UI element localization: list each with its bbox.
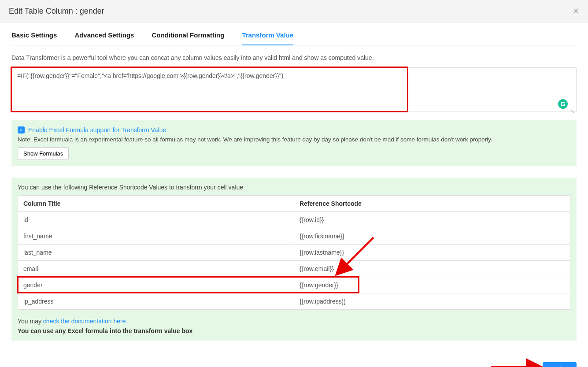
close-icon[interactable]: ✕ <box>573 6 579 16</box>
doc-prefix: You may <box>18 318 43 325</box>
col-shortcode-header: Reference Shortcode <box>294 196 570 212</box>
cell-code: {{row.ipaddress}} <box>294 293 570 310</box>
show-formulas-button[interactable]: Show Formulas <box>18 147 69 160</box>
cell-title: last_name <box>18 245 294 261</box>
excel-note: Note: Excel formuala is an experimental … <box>18 136 570 143</box>
reference-table: Column Title Reference Shortcode id {{ro… <box>18 195 570 310</box>
excel-any-formula-note: You can use any Excel formula into the t… <box>18 327 570 334</box>
cell-title: ip_address <box>18 293 294 310</box>
cell-title: id <box>18 212 294 228</box>
excel-support-panel: ✓ Enable Excel Formula support for Trans… <box>11 120 577 166</box>
table-row-gender: gender {{row.gender}} <box>18 277 570 293</box>
transform-formula-input[interactable] <box>11 67 577 111</box>
tab-advanced-settings[interactable]: Advanced Settings <box>74 31 134 45</box>
annotation-arrow-to-update <box>491 360 548 367</box>
table-row: id {{row.id}} <box>18 212 570 228</box>
tab-basic-settings[interactable]: Basic Settings <box>11 31 57 45</box>
cell-code: {{row.gender}} <box>294 277 570 293</box>
table-row: email {{row.email}} <box>18 261 570 277</box>
tabs: Basic Settings Advanced Settings Conditi… <box>11 22 577 45</box>
reference-panel: You can use the following Reference Shor… <box>11 178 577 341</box>
cell-code: {{row.lastname}} <box>294 245 570 261</box>
grammarly-icon[interactable]: G <box>558 99 568 109</box>
cell-title: first_name <box>18 228 294 245</box>
update-button[interactable]: Update <box>543 362 577 367</box>
enable-excel-checkbox[interactable]: ✓ <box>18 126 25 133</box>
modal-title: Edit Table Column : gender <box>9 7 104 16</box>
modal-footer: Update <box>0 354 588 367</box>
cell-code: {{row.firstname}} <box>294 228 570 245</box>
cell-code: {{row.email}} <box>294 261 570 277</box>
modal-header: Edit Table Column : gender ✕ <box>0 0 588 22</box>
tab-conditional-formatting[interactable]: Conditional Formatting <box>152 31 224 45</box>
cell-code: {{row.id}} <box>294 212 570 228</box>
cell-title: email <box>18 261 294 277</box>
enable-excel-label: Enable Excel Formula support for Transfo… <box>28 126 166 133</box>
doc-line: You may check the documentation here. <box>18 318 570 325</box>
table-row: last_name {{row.lastname}} <box>18 245 570 261</box>
doc-link[interactable]: check the documentation here. <box>43 318 127 325</box>
table-row: ip_address {{row.ipaddress}} <box>18 293 570 310</box>
reference-description: You can use the following Reference Shor… <box>18 184 570 191</box>
col-title-header: Column Title <box>18 196 294 212</box>
cell-title: gender <box>18 277 294 293</box>
table-row: first_name {{row.firstname}} <box>18 228 570 245</box>
transformer-description: Data Transformer is a powerful tool wher… <box>11 54 577 61</box>
tab-transform-value[interactable]: Transform Value <box>242 31 293 45</box>
